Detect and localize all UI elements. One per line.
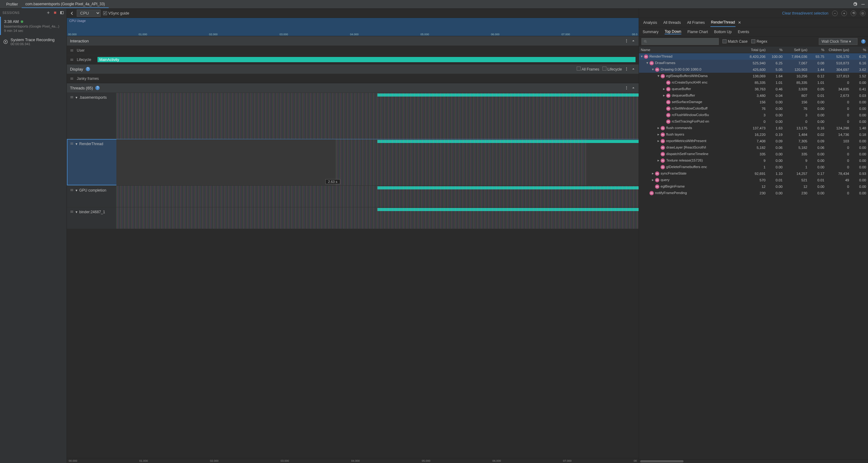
caret-icon[interactable] <box>657 165 660 169</box>
table-row[interactable]: ▾mRenderThread 8,420,206 100.00 7,894,03… <box>639 53 868 60</box>
cpu-usage-timeline[interactable]: CPU Usage 00.00001.00002.00003.00004.000… <box>67 18 639 36</box>
table-row[interactable]: mglDeleteFramebuffers enc 1 0.00 1 0.00 … <box>639 164 868 170</box>
thread-row[interactable]: ▾ GPU completion <box>67 185 639 207</box>
thread-trace[interactable] <box>116 207 639 229</box>
horizontal-scrollbar[interactable] <box>639 459 868 463</box>
collapse-icon[interactable] <box>631 86 636 90</box>
caret-icon[interactable]: ▸ <box>652 171 655 176</box>
col-total[interactable]: Total (μs) <box>743 48 767 52</box>
caret-icon[interactable]: ▸ <box>657 132 660 136</box>
caret-icon[interactable]: ▸ <box>657 126 660 130</box>
close-icon[interactable]: ✕ <box>738 21 741 25</box>
caret-icon[interactable]: ▾ <box>75 188 78 192</box>
help-icon[interactable]: ? <box>861 39 866 44</box>
table-row[interactable]: ▾mDrawFrames 525,940 6.25 7,067 0.08 518… <box>639 60 868 66</box>
col-name[interactable]: Name <box>639 48 743 52</box>
table-row[interactable]: ▸mTexture release(15726) 9 0.00 9 0.00 0… <box>639 157 868 164</box>
more-icon[interactable] <box>624 67 629 71</box>
caret-icon[interactable]: ▸ <box>657 158 660 162</box>
reset-zoom-icon[interactable]: ⟲ <box>851 10 856 16</box>
table-row[interactable]: mnotifyFramePending 230 0.00 230 0.00 0 … <box>639 190 868 196</box>
panel-icon[interactable] <box>60 10 64 15</box>
caret-icon[interactable]: ▾ <box>75 210 78 214</box>
caret-icon[interactable]: ▸ <box>652 178 655 182</box>
table-row[interactable]: mrcFlushWindowColorBu 3 0.00 3 0.00 0 0.… <box>639 112 868 118</box>
table-row[interactable]: ▸mflush commands 137,473 1.63 13,175 0.1… <box>639 125 868 131</box>
caret-icon[interactable]: ▾ <box>75 95 78 100</box>
profiler-selector[interactable]: CPU <box>77 9 101 17</box>
caret-icon[interactable]: ▸ <box>663 93 666 97</box>
col-total-pct[interactable]: % <box>767 48 784 52</box>
caret-icon[interactable] <box>663 120 666 123</box>
plus-icon[interactable] <box>46 10 51 15</box>
table-row[interactable]: mrcSetWindowColorBuff 76 0.00 76 0.00 0 … <box>639 105 868 112</box>
thread-trace[interactable] <box>116 93 639 139</box>
stop-icon[interactable] <box>53 10 57 15</box>
user-row[interactable]: User <box>67 45 639 55</box>
analysis-tab[interactable]: All threads <box>663 19 682 27</box>
match-case-checkbox[interactable]: Match Case <box>722 39 748 44</box>
thread-trace[interactable] <box>116 186 639 207</box>
caret-icon[interactable] <box>663 113 666 117</box>
caret-icon[interactable]: ▾ <box>641 54 644 59</box>
caret-icon[interactable] <box>657 146 660 149</box>
table-row[interactable]: mdispatchSetFrameTimeline 335 0.00 335 0… <box>639 151 868 157</box>
subtab[interactable]: Flame Chart <box>687 30 708 34</box>
collapse-icon[interactable] <box>631 39 636 43</box>
minimize-icon[interactable] <box>861 2 866 7</box>
help-icon[interactable]: ? <box>95 86 100 90</box>
thread-row[interactable]: ▾ binder:24687_1 <box>67 207 639 229</box>
caret-icon[interactable] <box>657 152 660 156</box>
col-self-pct[interactable]: % <box>809 48 826 52</box>
subtab[interactable]: Top Down <box>664 29 681 34</box>
table-row[interactable]: msetSurfaceDamage 156 0.00 156 0.00 0 0.… <box>639 99 868 105</box>
caret-icon[interactable]: ▾ <box>652 67 655 71</box>
lifecycle-checkbox[interactable]: Lifecycle <box>602 66 622 71</box>
col-children-pct[interactable]: % <box>851 48 868 52</box>
caret-icon[interactable]: ▸ <box>663 87 666 91</box>
profiler-tab[interactable]: Profiler <box>2 1 22 8</box>
thread-row[interactable]: ▾ .basementsports <box>67 93 639 139</box>
table-row[interactable]: ▸mqueueBuffer 38,763 0.46 3,928 0.05 34,… <box>639 86 868 92</box>
subtab[interactable]: Events <box>738 30 749 34</box>
analysis-tab[interactable]: RenderThread <box>710 18 736 27</box>
help-icon[interactable]: ? <box>86 67 90 71</box>
search-field[interactable] <box>647 39 717 44</box>
table-row[interactable]: mdrawLayer [ReactScrollVi 5,182 0.06 5,1… <box>639 144 868 151</box>
zoom-out-icon[interactable]: − <box>832 10 838 16</box>
session-item[interactable]: 3:38 AM basementsports (Google Pixel_4a.… <box>0 17 67 35</box>
caret-icon[interactable] <box>646 191 649 195</box>
table-row[interactable]: ▾mDrawing 0.00 0.00 1080.0 425,600 5.05 … <box>639 66 868 73</box>
all-frames-checkbox[interactable]: All Frames <box>577 66 599 71</box>
clear-selection-link[interactable]: Clear thread/event selection <box>782 11 828 16</box>
caret-icon[interactable] <box>663 100 666 104</box>
caret-icon[interactable] <box>652 184 655 188</box>
search-input[interactable] <box>642 38 719 45</box>
table-row[interactable]: meglBeginFrame 12 0.00 12 0.00 0 0.00 <box>639 183 868 190</box>
analysis-tab[interactable]: Analysis <box>643 19 658 27</box>
table-row[interactable]: ▸mquery 570 0.01 521 0.01 49 0.00 <box>639 177 868 183</box>
janky-frames-row[interactable]: Janky frames <box>67 74 639 83</box>
thread-row[interactable]: ▾ RenderThread 2.63 s <box>67 139 639 185</box>
lifecycle-row[interactable]: Lifecycle MainActivity <box>67 55 639 64</box>
process-tab[interactable]: com.basementsports (Google Pixel_4a_API_… <box>22 1 108 8</box>
clock-dropdown[interactable]: Wall Clock Time ▾ <box>819 38 858 45</box>
table-row[interactable]: ▸mreportMetricsWithPresent 7,408 0.09 7,… <box>639 138 868 144</box>
subtab[interactable]: Summary <box>643 30 658 34</box>
more-icon[interactable] <box>624 39 629 43</box>
table-row[interactable]: ▸msyncFrameState 92,691 1.10 14,257 0.17… <box>639 170 868 177</box>
caret-icon[interactable]: ▾ <box>75 142 78 146</box>
table-row[interactable]: mrcCreateSyncKHR enc 85,335 1.01 85,335 … <box>639 79 868 86</box>
subtab[interactable]: Bottom Up <box>714 30 732 34</box>
zoom-selection-icon[interactable]: ◎ <box>860 10 866 16</box>
regex-checkbox[interactable]: Regex <box>751 39 767 44</box>
caret-icon[interactable] <box>663 81 666 84</box>
caret-icon[interactable]: ▸ <box>657 138 660 143</box>
table-row[interactable]: ▸mdequeueBuffer 3,480 0.04 807 0.01 2,67… <box>639 92 868 99</box>
caret-icon[interactable]: ▾ <box>657 74 660 78</box>
col-children[interactable]: Children (μs) <box>826 48 851 52</box>
activity-bar[interactable]: MainActivity <box>97 57 636 62</box>
table-row[interactable]: mrcSetTracingForPuid en 0 0.00 0 0.00 0 … <box>639 118 868 125</box>
caret-icon[interactable]: ▾ <box>646 61 649 65</box>
recording-item[interactable]: System Trace Recording 00:00:06.941 <box>0 35 67 48</box>
